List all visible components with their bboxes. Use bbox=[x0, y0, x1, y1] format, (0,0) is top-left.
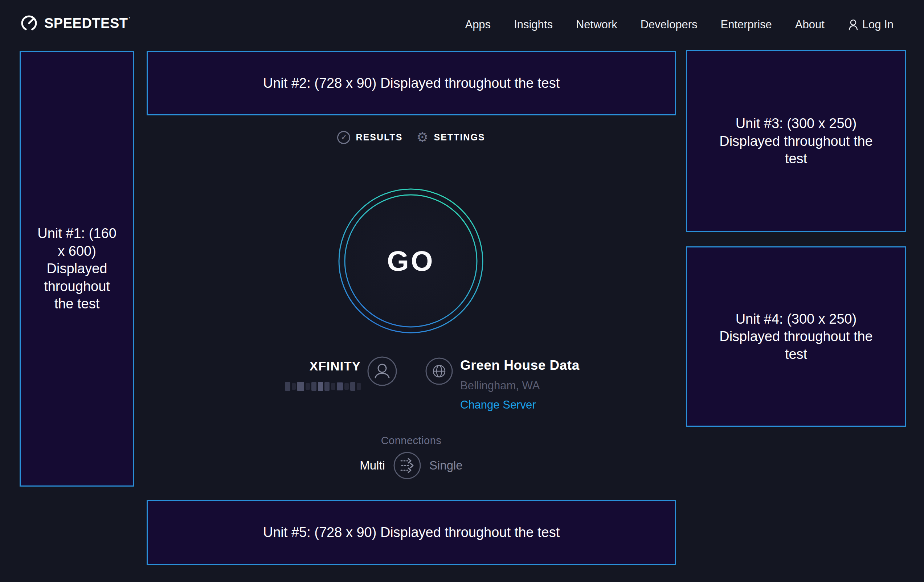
isp-user-icon[interactable] bbox=[367, 356, 397, 386]
connections-toggle-icon[interactable] bbox=[393, 452, 421, 479]
change-server-link[interactable]: Change Server bbox=[460, 398, 579, 411]
nav-item-network[interactable]: Network bbox=[576, 18, 617, 31]
nav-item-apps[interactable]: Apps bbox=[465, 18, 491, 31]
connections-option-multi[interactable]: Multi bbox=[360, 458, 385, 472]
server-info: Green House Data Bellingham, WA Change S… bbox=[425, 358, 579, 411]
ad-unit-2[interactable]: Unit #2: (728 x 90) Displayed throughout… bbox=[147, 51, 676, 115]
speedtest-page: SPEEDTEST’ Apps Insights Network Develop… bbox=[0, 0, 924, 582]
login-label: Log In bbox=[862, 18, 894, 31]
connections-row: Multi Single bbox=[266, 452, 556, 479]
gear-icon: ⚙ bbox=[416, 130, 428, 144]
ad-unit-4[interactable]: Unit #4: (300 x 250) Displayed throughou… bbox=[686, 246, 906, 427]
go-button[interactable]: GO bbox=[335, 185, 487, 337]
nav-item-insights[interactable]: Insights bbox=[514, 18, 553, 31]
brand-name: SPEEDTEST’ bbox=[44, 16, 130, 31]
check-circle-icon: ✓ bbox=[337, 131, 350, 144]
go-label: GO bbox=[387, 244, 434, 278]
login-button[interactable]: Log In bbox=[848, 18, 894, 31]
redacted-ip-text bbox=[285, 382, 361, 391]
tab-results[interactable]: ✓ RESULTS bbox=[337, 130, 403, 144]
nav-item-about[interactable]: About bbox=[795, 18, 825, 31]
speedtest-logo[interactable]: SPEEDTEST’ bbox=[20, 15, 130, 32]
tab-settings[interactable]: ⚙ SETTINGS bbox=[416, 130, 485, 144]
trademark-mark: ’ bbox=[129, 16, 130, 22]
ad-unit-1[interactable]: Unit #1: (160 x 600) Displayed throughou… bbox=[20, 51, 134, 486]
globe-icon bbox=[425, 358, 453, 385]
ad-unit-5[interactable]: Unit #5: (728 x 90) Displayed throughout… bbox=[147, 500, 676, 565]
tab-bar: ✓ RESULTS ⚙ SETTINGS bbox=[266, 130, 556, 144]
connections-label: Connections bbox=[266, 435, 556, 447]
settings-tab-label: SETTINGS bbox=[434, 132, 485, 143]
server-name: Green House Data bbox=[460, 358, 579, 373]
ad-unit-3[interactable]: Unit #3: (300 x 250) Displayed throughou… bbox=[686, 50, 906, 232]
isp-name: XFINITY bbox=[310, 359, 361, 373]
server-location: Bellingham, WA bbox=[460, 379, 579, 392]
nav-item-enterprise[interactable]: Enterprise bbox=[720, 18, 772, 31]
user-icon bbox=[848, 19, 859, 30]
gauge-icon bbox=[20, 15, 38, 32]
nav-item-developers[interactable]: Developers bbox=[640, 18, 698, 31]
connections-option-single[interactable]: Single bbox=[429, 458, 463, 472]
top-navigation: Apps Insights Network Developers Enterpr… bbox=[465, 0, 894, 49]
results-tab-label: RESULTS bbox=[356, 132, 403, 143]
